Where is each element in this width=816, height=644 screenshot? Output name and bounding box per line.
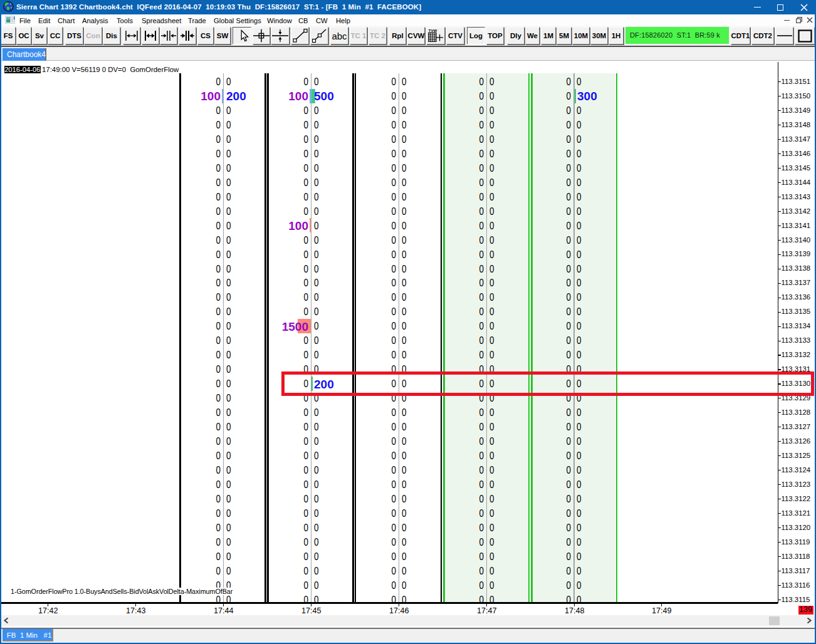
svg-text:TVW: TVW [429, 29, 437, 33]
